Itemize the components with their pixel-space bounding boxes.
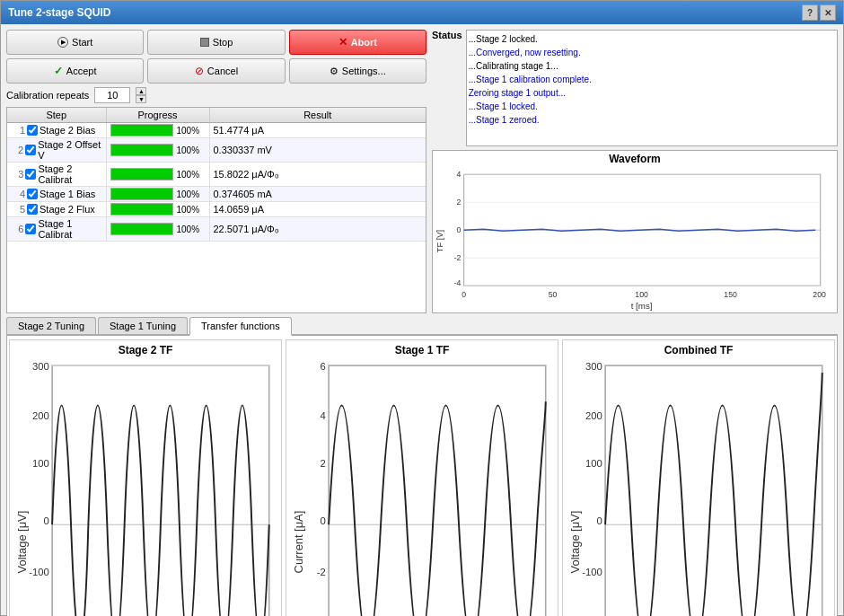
svg-text:0: 0 xyxy=(462,290,466,299)
tabs-section: Stage 2 Tuning Stage 1 Tuning Transfer f… xyxy=(6,317,838,616)
table-scroll[interactable]: Step Progress Result 1 Stage 2 Bias xyxy=(7,108,426,274)
svg-text:-2: -2 xyxy=(317,567,326,577)
row-checkbox[interactable] xyxy=(27,125,38,136)
combined-tf-svg: Voltage [μV] 300 200 100 0 -100 -200 -30… xyxy=(565,358,832,616)
tab-transfer-functions[interactable]: Transfer functions xyxy=(189,317,292,336)
svg-text:-2: -2 xyxy=(454,253,462,262)
tab-stage2-tuning[interactable]: Stage 2 Tuning xyxy=(6,317,96,334)
spin-up-button[interactable]: ▲ xyxy=(136,87,146,95)
result-cell: 0.374605 mA xyxy=(209,187,426,202)
svg-text:50: 50 xyxy=(549,290,558,299)
row-checkbox[interactable] xyxy=(25,145,36,155)
spin-down-button[interactable]: ▼ xyxy=(136,95,146,103)
calibration-label: Calibration repeats xyxy=(6,90,89,101)
stage2-tf-title: Stage 2 TF xyxy=(119,344,173,356)
play-icon: ▶ xyxy=(57,37,68,48)
waveform-container: Waveform TF [V] 4 2 0 xyxy=(432,150,838,313)
status-line: Zeroing stage 1 output... xyxy=(469,86,835,100)
status-area: Status ...Stage 2 locked....Converged, n… xyxy=(432,30,838,146)
row-checkbox[interactable] xyxy=(27,189,38,199)
col-result: Result xyxy=(209,108,426,123)
tab-content-transfer-functions: Stage 2 TF Voltage [μV] 300 200 100 0 -1… xyxy=(6,336,838,616)
stage1-tf-svg: Current [μA] 6 4 2 0 -2 -4 -6 -2 -1.5 -1… xyxy=(288,358,556,616)
svg-text:TF [V]: TF [V] xyxy=(435,230,444,252)
svg-text:200: 200 xyxy=(585,410,602,421)
cancel-icon: ⊘ xyxy=(195,65,204,77)
svg-text:t [ms]: t [ms] xyxy=(631,301,653,311)
title-bar: Tune 2-stage SQUID ? ✕ xyxy=(1,1,843,24)
progress-text: 100% xyxy=(177,145,200,155)
svg-rect-59 xyxy=(605,365,822,616)
row-checkbox[interactable] xyxy=(25,224,36,234)
svg-text:4: 4 xyxy=(321,410,326,421)
svg-text:200: 200 xyxy=(32,410,49,421)
status-line: ...Stage 1 calibration complete. xyxy=(469,73,835,86)
svg-text:-100: -100 xyxy=(29,567,49,577)
window-title: Tune 2-stage SQUID xyxy=(8,6,110,19)
svg-text:200: 200 xyxy=(813,290,826,299)
progress-text: 100% xyxy=(177,224,200,234)
table-row: 4 Stage 1 Bias 100% 0.374605 mA xyxy=(7,187,426,202)
svg-text:300: 300 xyxy=(32,361,49,372)
stage2-tf-svg: Voltage [μV] 300 200 100 0 -100 -200 -30… xyxy=(12,358,279,616)
svg-text:100: 100 xyxy=(585,458,602,469)
svg-text:0: 0 xyxy=(44,515,49,526)
waveform-title: Waveform xyxy=(609,153,661,165)
calibration-table-container: Step Progress Result 1 Stage 2 Bias xyxy=(6,107,426,313)
status-line: ...Stage 2 locked. xyxy=(469,32,835,46)
progress-text: 100% xyxy=(177,189,200,199)
main-content: ▶ Start Stop ✕ Abort ✓ xyxy=(1,24,843,616)
progress-bar xyxy=(110,203,173,216)
table-row: 3 Stage 2 Calibrat 100% 15.8022 μA/Φ₀ xyxy=(7,163,426,187)
svg-text:0: 0 xyxy=(321,515,326,526)
status-log[interactable]: ...Stage 2 locked....Converged, now rese… xyxy=(466,30,838,146)
spinner-buttons: ▲ ▼ xyxy=(136,87,146,103)
progress-bar xyxy=(110,124,173,136)
table-row: 1 Stage 2 Bias 100% 51.4774 μA xyxy=(7,123,426,138)
progress-text: 100% xyxy=(177,205,200,215)
calibration-row: Calibration repeats ▲ ▼ xyxy=(6,87,426,103)
col-progress: Progress xyxy=(106,108,209,123)
status-label: Status xyxy=(432,30,462,40)
svg-text:100: 100 xyxy=(635,290,648,299)
start-button[interactable]: ▶ Start xyxy=(6,30,144,55)
close-button[interactable]: ✕ xyxy=(820,4,836,21)
abort-button[interactable]: ✕ Abort xyxy=(289,30,426,55)
calibration-table: Step Progress Result 1 Stage 2 Bias xyxy=(7,108,426,242)
status-line: ...Stage 1 zeroed. xyxy=(469,113,835,127)
help-button[interactable]: ? xyxy=(802,4,818,21)
table-row: 6 Stage 1 Calibrat 100% 22.5071 μA/Φ₀ xyxy=(7,217,426,242)
cancel-button[interactable]: ⊘ Cancel xyxy=(147,58,285,84)
left-panel: ▶ Start Stop ✕ Abort ✓ xyxy=(6,30,426,313)
svg-text:150: 150 xyxy=(724,290,737,299)
stop-icon xyxy=(200,38,209,47)
button-row-2: ✓ Accept ⊘ Cancel ⚙ Settings... xyxy=(6,58,426,84)
result-cell: 0.330337 mV xyxy=(209,138,426,163)
progress-bar xyxy=(110,223,173,235)
status-line: ...Stage 1 locked. xyxy=(469,100,835,113)
accept-button[interactable]: ✓ Accept xyxy=(6,58,144,84)
svg-text:0: 0 xyxy=(597,515,602,526)
row-checkbox[interactable] xyxy=(27,204,38,215)
svg-rect-19 xyxy=(52,365,269,616)
title-bar-buttons: ? ✕ xyxy=(802,4,836,21)
progress-text: 100% xyxy=(177,126,200,136)
table-row: 2 Stage 2 Offset V 100% 0.330337 mV xyxy=(7,138,426,163)
settings-button[interactable]: ⚙ Settings... xyxy=(289,58,426,84)
button-row-1: ▶ Start Stop ✕ Abort xyxy=(6,30,426,55)
stage1-tf-title: Stage 1 TF xyxy=(395,344,450,356)
svg-text:2: 2 xyxy=(457,198,462,207)
status-line: ...Calibrating stage 1... xyxy=(469,59,835,73)
row-checkbox[interactable] xyxy=(25,169,36,180)
result-cell: 22.5071 μA/Φ₀ xyxy=(209,217,426,242)
stage1-tf-chart: Stage 1 TF Current [μA] 6 4 2 0 -2 -4 -6… xyxy=(286,339,558,616)
tab-stage1-tuning[interactable]: Stage 1 Tuning xyxy=(98,317,188,334)
calibration-input[interactable] xyxy=(94,87,130,103)
gear-icon: ⚙ xyxy=(330,66,338,77)
status-line: ...Converged, now resetting. xyxy=(469,46,835,59)
svg-text:0: 0 xyxy=(457,226,462,235)
stop-button[interactable]: Stop xyxy=(147,30,285,55)
main-window: Tune 2-stage SQUID ? ✕ ▶ Start Stop xyxy=(0,0,844,616)
svg-text:-4: -4 xyxy=(454,278,462,287)
result-cell: 15.8022 μA/Φ₀ xyxy=(209,163,426,187)
